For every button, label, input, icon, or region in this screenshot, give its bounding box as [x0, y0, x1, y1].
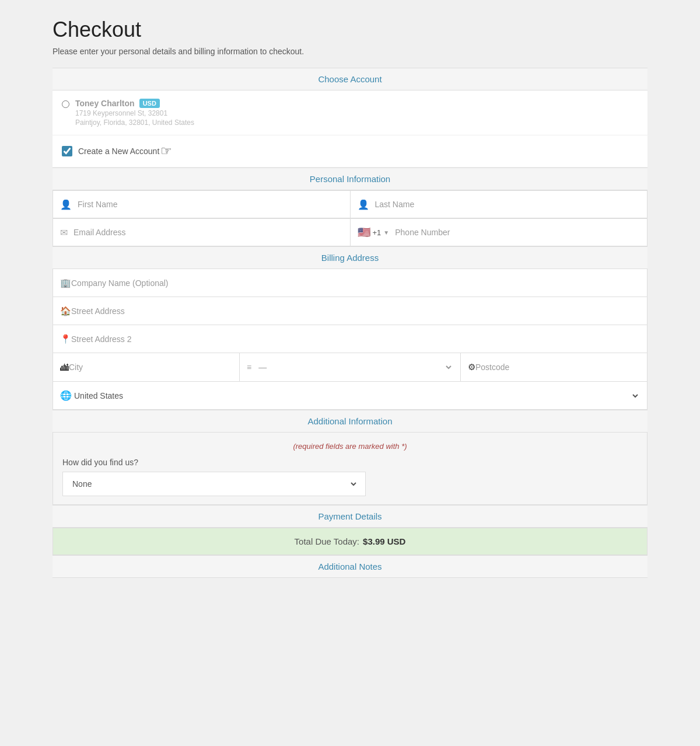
- email-icon: ✉: [60, 227, 68, 238]
- city-icon: 🏙: [60, 362, 69, 372]
- how-find-select-wrapper: None Google Social Media Friend Advertis…: [62, 472, 366, 496]
- page-title: Checkout: [52, 18, 648, 42]
- page-subtitle: Please enter your personal details and b…: [52, 47, 648, 56]
- person-icon: 👤: [60, 199, 72, 210]
- create-new-account-option[interactable]: Create a New Account ☞: [52, 135, 648, 168]
- account-name: Toney Charlton: [75, 99, 135, 108]
- billing-address-header: Billing Address: [52, 246, 648, 269]
- account-info: Toney Charlton USD 1719 Keypersonnel St,…: [75, 99, 194, 127]
- city-state-postcode-row: 🏙 ≡ — Alabama Florida California New Yor…: [52, 353, 648, 382]
- country-field: 🌐 United States United Kingdom Canada Au…: [52, 382, 648, 410]
- additional-info-header: Additional Information: [52, 410, 648, 433]
- cursor-icon: ☞: [160, 144, 172, 159]
- last-name-input[interactable]: [375, 200, 640, 209]
- state-select[interactable]: — Alabama Florida California New York Te…: [256, 362, 453, 372]
- street1-field: 🏠: [52, 297, 648, 325]
- account-address-line1: 1719 Keypersonnel St, 32801: [75, 109, 194, 117]
- additional-notes-header: Additional Notes: [52, 555, 648, 578]
- usd-badge: USD: [139, 99, 160, 108]
- street-icon: 🏠: [60, 306, 71, 316]
- us-flag-icon: 🇺🇸: [358, 226, 370, 239]
- phone-code: +1: [373, 228, 382, 237]
- choose-account-header: Choose Account: [52, 68, 648, 90]
- street2-input[interactable]: [71, 334, 640, 344]
- payment-details-header: Payment Details: [52, 505, 648, 528]
- create-account-label: Create a New Account: [78, 147, 159, 156]
- required-note: (required fields are marked with *): [62, 442, 638, 451]
- email-input[interactable]: [74, 228, 343, 237]
- existing-account-radio[interactable]: [62, 100, 69, 108]
- building-icon: 🏢: [60, 278, 71, 288]
- last-name-field: 👤: [351, 190, 648, 218]
- globe-icon: 🌐: [60, 390, 72, 401]
- email-field: ✉: [52, 218, 351, 246]
- street2-field: 📍: [52, 325, 648, 353]
- first-name-field: 👤: [52, 190, 351, 218]
- city-input[interactable]: [69, 362, 232, 372]
- total-amount: $3.99 USD: [363, 536, 405, 546]
- first-name-input[interactable]: [78, 200, 343, 209]
- pin-icon: 📍: [60, 334, 71, 344]
- account-address-line2: Paintjoy, Florida, 32801, United States: [75, 118, 194, 127]
- street1-input[interactable]: [71, 306, 640, 316]
- postcode-input[interactable]: [475, 362, 640, 372]
- existing-account-option[interactable]: Toney Charlton USD 1719 Keypersonnel St,…: [52, 90, 648, 135]
- postcode-icon: ⚙: [468, 362, 475, 372]
- company-name-field: 🏢: [52, 269, 648, 297]
- state-field: ≡ — Alabama Florida California New York …: [240, 353, 461, 381]
- page-container: Checkout Please enter your personal deta…: [41, 0, 659, 595]
- personal-info-header: Personal Information: [52, 168, 648, 190]
- company-name-input[interactable]: [71, 278, 640, 288]
- state-icon: ≡: [247, 362, 251, 372]
- postcode-field: ⚙: [461, 353, 647, 381]
- how-find-label: How did you find us?: [62, 458, 638, 467]
- person-icon-2: 👤: [358, 199, 369, 210]
- account-name-row: Toney Charlton USD: [75, 99, 194, 108]
- additional-info-body: (required fields are marked with *) How …: [52, 433, 648, 505]
- phone-dropdown-arrow[interactable]: ▼: [383, 229, 389, 236]
- phone-input[interactable]: [395, 228, 640, 237]
- total-due-label: Total Due Today:: [295, 536, 359, 546]
- email-phone-row: ✉ 🇺🇸 +1 ▼: [52, 218, 648, 246]
- city-field: 🏙: [53, 353, 240, 381]
- create-account-checkbox[interactable]: [62, 146, 72, 156]
- how-find-select[interactable]: None Google Social Media Friend Advertis…: [70, 479, 358, 489]
- phone-field: 🇺🇸 +1 ▼: [351, 218, 648, 246]
- country-select[interactable]: United States United Kingdom Canada Aust…: [72, 391, 640, 401]
- total-due-bar: Total Due Today: $3.99 USD: [52, 528, 648, 555]
- name-row: 👤 👤: [52, 190, 648, 218]
